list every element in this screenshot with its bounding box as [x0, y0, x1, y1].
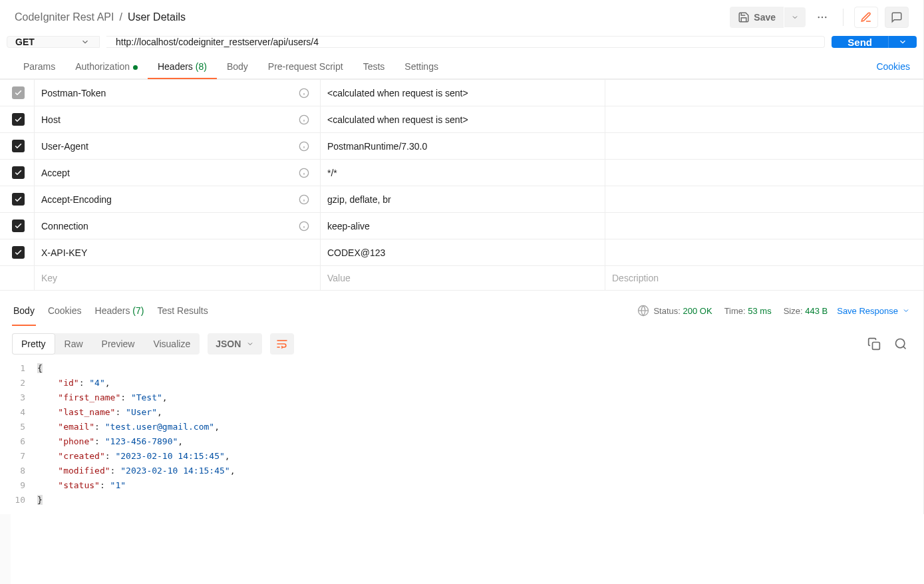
seg-preview[interactable]: Preview: [92, 333, 144, 355]
header-key[interactable]: Postman-Token: [41, 88, 106, 98]
more-icon[interactable]: [812, 7, 832, 27]
header-checkbox[interactable]: [12, 246, 25, 259]
code-line: "status": "1": [37, 478, 923, 493]
header-key[interactable]: Connection: [41, 221, 88, 231]
code-line: {: [37, 361, 923, 376]
info-icon[interactable]: [299, 88, 313, 98]
header-row: Accept-Encodinggzip, deflate, br: [0, 186, 923, 213]
header-checkbox[interactable]: [12, 140, 25, 152]
code-line: "modified": "2023-02-10 14:15:45",: [37, 464, 923, 478]
svg-rect-25: [873, 343, 880, 350]
header-row: Connectionkeep-alive: [0, 213, 923, 239]
breadcrumb-parent[interactable]: CodeIgniter Rest API: [15, 11, 114, 23]
header-checkbox[interactable]: [12, 193, 25, 206]
header-desc-placeholder[interactable]: Description: [612, 273, 659, 283]
tab-authorization[interactable]: Authorization: [65, 55, 148, 78]
svg-point-1: [822, 17, 823, 18]
header-key-placeholder[interactable]: Key: [41, 273, 57, 283]
res-tab-test-results[interactable]: Test Results: [150, 300, 214, 321]
header-value[interactable]: <calculated when request is sent>: [327, 88, 468, 98]
size-value: 443 B: [805, 306, 828, 316]
header-key[interactable]: Accept: [41, 168, 70, 178]
save-label: Save: [754, 12, 776, 23]
tab-settings[interactable]: Settings: [394, 55, 448, 78]
copy-icon[interactable]: [865, 335, 883, 353]
search-icon[interactable]: [891, 335, 910, 353]
view-mode-segment: Pretty Raw Preview Visualize: [12, 333, 200, 355]
tab-tests[interactable]: Tests: [353, 55, 395, 78]
save-response-button[interactable]: Save Response: [837, 306, 910, 316]
res-tab-headers[interactable]: Headers (7): [88, 300, 151, 321]
size-label: Size:: [784, 306, 803, 316]
save-dropdown[interactable]: [784, 7, 806, 27]
http-method-label: GET: [15, 37, 35, 47]
send-dropdown[interactable]: [888, 36, 917, 48]
seg-pretty[interactable]: Pretty: [12, 333, 55, 355]
response-body[interactable]: 1{2 "id": "4",3 "first_name": "Test",4 "…: [0, 357, 923, 514]
tab-headers[interactable]: Headers (8): [148, 55, 217, 78]
info-icon[interactable]: [299, 141, 313, 152]
format-select[interactable]: JSON: [208, 333, 262, 355]
header-row: User-AgentPostmanRuntime/7.30.0: [0, 133, 923, 160]
header-row: Accept*/*: [0, 160, 923, 186]
header-key[interactable]: User-Agent: [41, 141, 88, 152]
info-icon[interactable]: [299, 194, 313, 205]
send-button[interactable]: Send: [832, 36, 888, 48]
header-key[interactable]: Accept-Encoding: [41, 194, 112, 205]
header-key[interactable]: X-API-KEY: [41, 247, 87, 258]
code-line: "email": "test.user@gmail.com",: [37, 420, 923, 434]
header-checkbox[interactable]: [12, 166, 25, 179]
code-line: "last_name": "User",: [37, 405, 923, 420]
code-line: "created": "2023-02-10 14:15:45",: [37, 449, 923, 464]
seg-visualize[interactable]: Visualize: [144, 333, 200, 355]
status-value: 200 OK: [683, 306, 712, 316]
header-value[interactable]: <calculated when request is sent>: [327, 114, 468, 125]
header-checkbox[interactable]: [12, 86, 25, 99]
cookies-link[interactable]: Cookies: [876, 55, 910, 78]
headers-table: Postman-Token<calculated when request is…: [0, 79, 923, 291]
svg-line-27: [903, 347, 906, 349]
tab-prerequest[interactable]: Pre-request Script: [258, 55, 353, 78]
header-row: Postman-Token<calculated when request is…: [0, 80, 923, 106]
header-value[interactable]: keep-alive: [327, 221, 370, 231]
res-tab-body[interactable]: Body: [7, 300, 41, 321]
svg-point-0: [818, 17, 820, 18]
header-value[interactable]: */*: [327, 168, 337, 178]
edit-icon[interactable]: [854, 7, 878, 28]
header-value-placeholder[interactable]: Value: [327, 273, 351, 283]
wrap-lines-button[interactable]: [270, 333, 294, 355]
code-line: "id": "4",: [37, 376, 923, 390]
time-label: Time:: [724, 306, 746, 316]
info-icon[interactable]: [299, 221, 313, 231]
url-input[interactable]: [106, 36, 825, 48]
info-icon[interactable]: [299, 114, 313, 125]
code-line: "phone": "123-456-7890",: [37, 434, 923, 449]
breadcrumb-current: User Details: [128, 11, 186, 23]
breadcrumb-sep: /: [119, 11, 122, 23]
code-line: }: [37, 493, 923, 508]
breadcrumb: CodeIgniter Rest API / User Details: [15, 11, 186, 23]
svg-point-2: [825, 17, 826, 18]
seg-raw[interactable]: Raw: [55, 333, 92, 355]
http-method-select[interactable]: GET: [7, 36, 100, 48]
tab-params[interactable]: Params: [13, 55, 65, 78]
comment-icon[interactable]: [885, 7, 909, 28]
header-checkbox[interactable]: [12, 219, 25, 232]
chevron-down-icon: [80, 37, 90, 47]
save-button[interactable]: Save: [730, 7, 784, 28]
header-value[interactable]: gzip, deflate, br: [327, 194, 391, 205]
info-icon[interactable]: [299, 168, 313, 178]
auth-active-dot: [133, 65, 138, 70]
time-value: 53 ms: [748, 306, 771, 316]
tab-body[interactable]: Body: [217, 55, 258, 78]
scrollbar[interactable]: [0, 514, 11, 584]
header-row: X-API-KEYCODEX@123: [0, 239, 923, 266]
res-tab-cookies[interactable]: Cookies: [41, 300, 88, 321]
header-checkbox[interactable]: [12, 113, 25, 126]
network-icon[interactable]: [637, 305, 649, 317]
header-key[interactable]: Host: [41, 114, 61, 125]
header-value[interactable]: PostmanRuntime/7.30.0: [327, 141, 427, 152]
status-label: Status:: [653, 306, 680, 316]
header-value[interactable]: CODEX@123: [327, 247, 385, 258]
save-icon: [738, 11, 750, 23]
